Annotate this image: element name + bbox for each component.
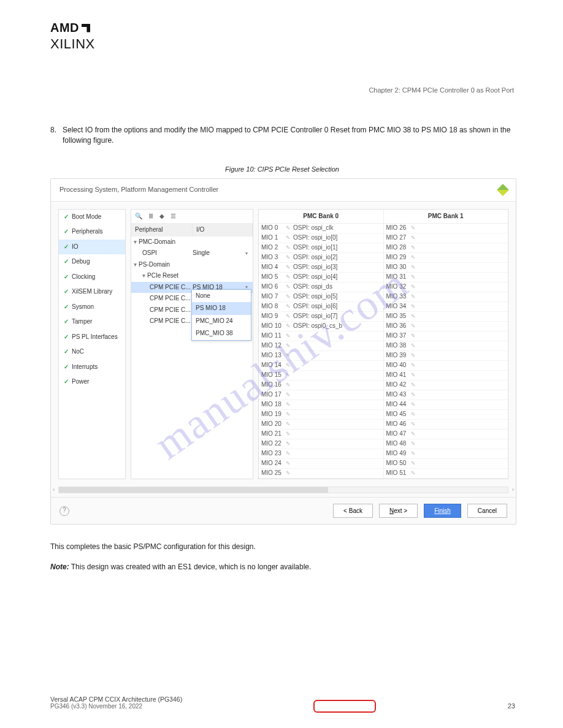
mio-row[interactable]: MIO 27✎ <box>384 233 508 243</box>
edit-icon[interactable]: ✎ <box>286 391 291 399</box>
edit-icon[interactable]: ✎ <box>286 401 291 409</box>
edit-icon[interactable]: ✎ <box>411 322 416 330</box>
tree-row[interactable]: ▾PCIe Reset <box>131 270 253 282</box>
mio-row[interactable]: MIO 11✎ <box>259 332 383 341</box>
edit-icon[interactable]: ✎ <box>411 420 416 428</box>
tree-row[interactable]: OSPISingle▾ <box>131 248 253 259</box>
mio-row[interactable]: MIO 38✎ <box>384 341 508 351</box>
edit-icon[interactable]: ✎ <box>286 460 291 468</box>
edit-icon[interactable]: ✎ <box>411 381 416 389</box>
mio-row[interactable]: MIO 20✎ <box>259 420 383 430</box>
mio-row[interactable]: MIO 40✎ <box>384 361 508 371</box>
cancel-button[interactable]: Cancel <box>467 504 507 518</box>
mio-row[interactable]: MIO 13✎ <box>259 351 383 361</box>
edit-icon[interactable]: ✎ <box>286 273 291 281</box>
edit-icon[interactable]: ✎ <box>411 352 416 360</box>
mio-row[interactable]: MIO 35✎ <box>384 312 508 322</box>
mio-row[interactable]: MIO 43✎ <box>384 390 508 400</box>
sidebar-item-noc[interactable]: ✓NoC <box>59 344 125 360</box>
mio-row[interactable]: MIO 23✎ <box>259 449 383 459</box>
send-feedback-button[interactable]: Send Feedback <box>313 700 376 713</box>
sidebar-item-peripherals[interactable]: ✓Peripherals <box>59 224 125 240</box>
edit-icon[interactable]: ✎ <box>411 254 416 262</box>
edit-icon[interactable]: ✎ <box>411 469 416 477</box>
edit-icon[interactable]: ✎ <box>411 244 416 252</box>
edit-icon[interactable]: ✎ <box>286 303 291 311</box>
mio-row[interactable]: MIO 6✎OSPI: ospi_ds <box>259 282 383 292</box>
edit-icon[interactable]: ✎ <box>411 283 416 291</box>
edit-icon[interactable]: ✎ <box>411 450 416 458</box>
help-icon[interactable]: ? <box>59 506 69 516</box>
edit-icon[interactable]: ✎ <box>411 342 416 350</box>
edit-icon[interactable]: ✎ <box>411 362 416 370</box>
edit-icon[interactable]: ✎ <box>411 401 416 409</box>
edit-icon[interactable]: ✎ <box>286 362 291 370</box>
mio-row[interactable]: MIO 0✎OSPI: ospi_clk <box>259 224 383 233</box>
mio-row[interactable]: MIO 17✎ <box>259 390 383 400</box>
mio-row[interactable]: MIO 26✎ <box>384 224 508 233</box>
mio-row[interactable]: MIO 14✎ <box>259 361 383 371</box>
sidebar-item-sysmon[interactable]: ✓Sysmon <box>59 300 125 315</box>
mio-row[interactable]: MIO 24✎ <box>259 459 383 469</box>
mio-row[interactable]: MIO 51✎ <box>384 469 508 479</box>
horizontal-scrollbar[interactable] <box>58 487 508 493</box>
edit-icon[interactable]: ✎ <box>411 234 416 242</box>
edit-icon[interactable]: ✎ <box>286 371 291 379</box>
mio-row[interactable]: MIO 1✎OSPI: ospi_io[0] <box>259 233 383 243</box>
next-button[interactable]: Next > <box>379 504 418 518</box>
mio-row[interactable]: MIO 49✎ <box>384 449 508 459</box>
edit-icon[interactable]: ✎ <box>286 264 291 271</box>
sidebar-item-clocking[interactable]: ✓Clocking <box>59 270 125 285</box>
edit-icon[interactable]: ✎ <box>286 234 291 242</box>
mio-row[interactable]: MIO 21✎ <box>259 430 383 439</box>
sidebar-item-xilsem-library[interactable]: ✓XilSEM Library <box>59 284 125 300</box>
edit-icon[interactable]: ✎ <box>411 460 416 468</box>
edit-icon[interactable]: ✎ <box>286 244 291 252</box>
mio-row[interactable]: MIO 8✎OSPI: ospi_io[6] <box>259 302 383 312</box>
edit-icon[interactable]: ✎ <box>286 322 291 330</box>
edit-icon[interactable]: ✎ <box>286 293 291 301</box>
mio-row[interactable]: MIO 18✎ <box>259 400 383 410</box>
mio-row[interactable]: MIO 48✎ <box>384 439 508 449</box>
search-icon[interactable]: 🔍 <box>135 212 142 221</box>
edit-icon[interactable]: ✎ <box>411 224 416 232</box>
edit-icon[interactable]: ✎ <box>286 254 291 262</box>
mio-row[interactable]: MIO 37✎ <box>384 332 508 341</box>
scrollbar-thumb[interactable] <box>59 487 328 493</box>
mio-row[interactable]: MIO 15✎ <box>259 371 383 381</box>
edit-icon[interactable]: ✎ <box>286 332 291 340</box>
edit-icon[interactable]: ✎ <box>286 430 291 438</box>
edit-icon[interactable]: ✎ <box>411 332 416 340</box>
edit-icon[interactable]: ✎ <box>286 420 291 428</box>
sidebar-item-debug[interactable]: ✓Debug <box>59 254 125 270</box>
mio-row[interactable]: MIO 44✎ <box>384 400 508 410</box>
mio-row[interactable]: MIO 25✎ <box>259 469 383 479</box>
edit-icon[interactable]: ✎ <box>286 224 291 232</box>
edit-icon[interactable]: ✎ <box>286 469 291 477</box>
back-button[interactable]: < Back <box>333 504 373 518</box>
expand-icon[interactable]: ◆ <box>159 212 164 221</box>
mio-row[interactable]: MIO 9✎OSPI: ospi_io[7] <box>259 312 383 322</box>
edit-icon[interactable]: ✎ <box>411 313 416 320</box>
edit-icon[interactable]: ✎ <box>286 342 291 350</box>
tree-row[interactable]: ▾PS-Domain <box>131 259 253 271</box>
edit-icon[interactable]: ✎ <box>286 283 291 291</box>
edit-icon[interactable]: ✎ <box>286 411 291 419</box>
edit-icon[interactable]: ✎ <box>286 313 291 320</box>
mio-row[interactable]: MIO 32✎ <box>384 282 508 292</box>
dropdown-option[interactable]: PMC_MIO 24 <box>192 315 251 328</box>
mio-row[interactable]: MIO 45✎ <box>384 410 508 420</box>
edit-icon[interactable]: ✎ <box>411 264 416 271</box>
mio-row[interactable]: MIO 50✎ <box>384 459 508 469</box>
mio-row[interactable]: MIO 3✎OSPI: ospi_io[2] <box>259 253 383 263</box>
mio-row[interactable]: MIO 41✎ <box>384 371 508 381</box>
edit-icon[interactable]: ✎ <box>286 381 291 389</box>
edit-icon[interactable]: ✎ <box>286 440 291 448</box>
edit-icon[interactable]: ✎ <box>411 391 416 399</box>
mio-row[interactable]: MIO 28✎ <box>384 243 508 253</box>
sidebar-item-power[interactable]: ✓Power <box>59 374 125 390</box>
edit-icon[interactable]: ✎ <box>411 430 416 438</box>
dropdown-option[interactable]: None <box>192 290 251 303</box>
mio-row[interactable]: MIO 10✎OSPI: ospi0_cs_b <box>259 322 383 332</box>
mio-row[interactable]: MIO 22✎ <box>259 439 383 449</box>
